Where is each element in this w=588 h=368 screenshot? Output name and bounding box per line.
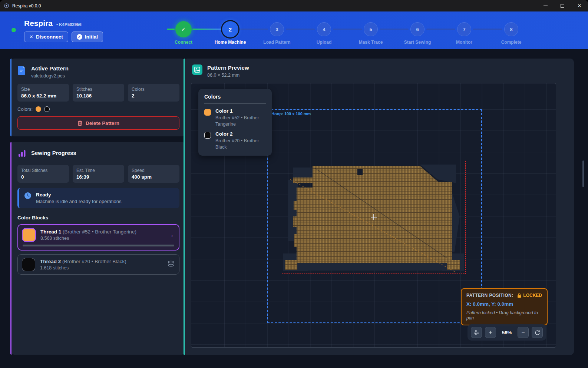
sewing-progress-card: Sewing Progress Total Stitches 0 Est. Ti… — [10, 142, 185, 355]
card-accent — [10, 142, 11, 355]
lock-icon — [517, 293, 521, 298]
preview-canvas[interactable]: Hoop: 100 x 100 mm — [191, 83, 556, 348]
step-start-sewing[interactable]: 6 Start Sewing — [394, 11, 441, 49]
legend-title: Colors — [204, 94, 266, 100]
trash-icon — [77, 120, 82, 126]
reset-view-button[interactable] — [532, 327, 543, 338]
card-title: Active Pattern — [31, 65, 69, 72]
clock-icon — [24, 192, 32, 201]
arrow-right-icon: → — [167, 231, 174, 239]
stat-total-stitches: Total Stitches 0 — [17, 165, 69, 183]
thread-1-swatch — [23, 229, 35, 241]
stat-size: Size 86.0 x 52.2 mm — [17, 84, 69, 102]
file-icon — [17, 65, 26, 79]
stat-colors: Colors 2 — [128, 84, 179, 102]
card-accent — [10, 59, 11, 136]
color-blocks-heading: Color Blocks — [17, 215, 179, 221]
titlebar: Respira v0.0.0 ✕ — [0, 0, 588, 11]
workflow-stepper: ✓ Connect 2 Home Machine 3 Load Pattern … — [160, 11, 535, 49]
colors-label: Colors: — [17, 106, 33, 112]
main-content: Active Pattern valetudogv2.pes Size 86.0… — [0, 49, 588, 368]
legend-color-2: Color 2 Brother #20 • Brother Black — [204, 131, 266, 150]
delete-pattern-button[interactable]: Delete Pattern — [17, 116, 179, 130]
app-header: Respira • K4P502956 ✕ Disconnect ✔ Initi… — [0, 11, 588, 49]
color-swatch-1 — [36, 106, 41, 112]
card-accent — [184, 59, 185, 355]
card-title: Pattern Preview — [207, 64, 249, 71]
legend-swatch-1 — [204, 109, 211, 116]
connection-status-dot — [11, 28, 16, 32]
pattern-position-overlay: PATTERN POSITION: LOCKED X: 0.0mm, Y: 0.… — [461, 288, 548, 325]
hoop-label: Hoop: 100 x 100 mm — [271, 112, 311, 116]
step-complete[interactable]: 8 Complete — [488, 11, 535, 49]
pattern-coordinates: X: 0.0mm, Y: 0.0mm — [466, 301, 542, 307]
initial-button[interactable]: ✔ Initial — [72, 32, 103, 42]
pan-hint: Pattern locked • Drag background to pan — [466, 310, 542, 321]
step-upload[interactable]: 4 Upload — [301, 11, 347, 49]
thread-2-block[interactable]: Thread 2 (Brother #20 • Brother Black) 1… — [17, 254, 179, 275]
thread-1-block[interactable]: Thread 1 (Brother #52 • Brother Tangerin… — [17, 224, 179, 251]
locked-label: LOCKED — [523, 293, 542, 298]
pattern-preview-card: Pattern Preview 86.0 × 52.2 mm Hoop: 100… — [184, 59, 574, 355]
disconnect-button[interactable]: ✕ Disconnect — [24, 32, 68, 42]
window-title: Respira v0.0.0 — [12, 3, 41, 9]
zoom-out-button[interactable]: − — [518, 327, 529, 338]
zoom-toolbar: + 58% − — [468, 324, 546, 341]
image-icon — [192, 64, 202, 75]
stat-speed: Speed 400 spm — [128, 165, 179, 183]
maximize-button[interactable] — [554, 0, 571, 11]
status-subtitle: Machine is idle and ready for operations — [36, 199, 122, 204]
step-load-pattern[interactable]: 3 Load Pattern — [254, 11, 300, 49]
stat-stitches: Stitches 10.186 — [73, 84, 124, 102]
close-button[interactable]: ✕ — [571, 0, 588, 11]
machine-serial: • K4P502956 — [56, 22, 82, 27]
app-window: Respira v0.0.0 ✕ Respira • K4P502956 ✕ D… — [0, 0, 588, 368]
step-monitor[interactable]: 7 Monitor — [441, 11, 488, 49]
app-name: Respira — [24, 19, 53, 28]
active-pattern-card: Active Pattern valetudogv2.pes Size 86.0… — [10, 59, 185, 136]
pattern-dimensions: 86.0 × 52.2 mm — [207, 73, 249, 78]
machine-status: Ready Machine is idle and ready for oper… — [17, 188, 179, 208]
x-icon: ✕ — [29, 34, 33, 40]
color-swatch-2 — [44, 106, 50, 112]
step-check-icon: ✓ — [175, 21, 192, 37]
zoom-level: 58% — [499, 330, 515, 335]
thread-1-progress-bar — [23, 245, 174, 246]
pattern-filename: valetudogv2.pes — [31, 73, 69, 79]
bar-chart-icon — [17, 149, 26, 160]
status-title: Ready — [36, 192, 122, 198]
colors-legend: Colors Color 1 Brother #52 • Brother Tan… — [198, 89, 272, 156]
stat-est-time: Est. Time 16:39 — [73, 165, 124, 183]
step-home-machine[interactable]: 2 Home Machine — [207, 11, 254, 49]
check-circle-icon: ✔ — [77, 34, 82, 40]
vertical-scrollbar[interactable] — [582, 160, 584, 187]
step-connect[interactable]: ✓ Connect — [160, 11, 207, 49]
minimize-button[interactable] — [537, 0, 554, 11]
card-title: Sewing Progress — [31, 150, 76, 160]
thread-2-swatch — [22, 258, 35, 271]
layers-stack-icon — [167, 261, 175, 269]
legend-color-1: Color 1 Brother #52 • Brother Tangerine — [204, 108, 266, 127]
step-mask-trace[interactable]: 5 Mask Trace — [347, 11, 394, 49]
fit-to-view-button[interactable] — [471, 327, 482, 338]
legend-swatch-2 — [204, 132, 211, 139]
app-icon — [4, 3, 9, 9]
zoom-in-button[interactable]: + — [485, 327, 496, 338]
